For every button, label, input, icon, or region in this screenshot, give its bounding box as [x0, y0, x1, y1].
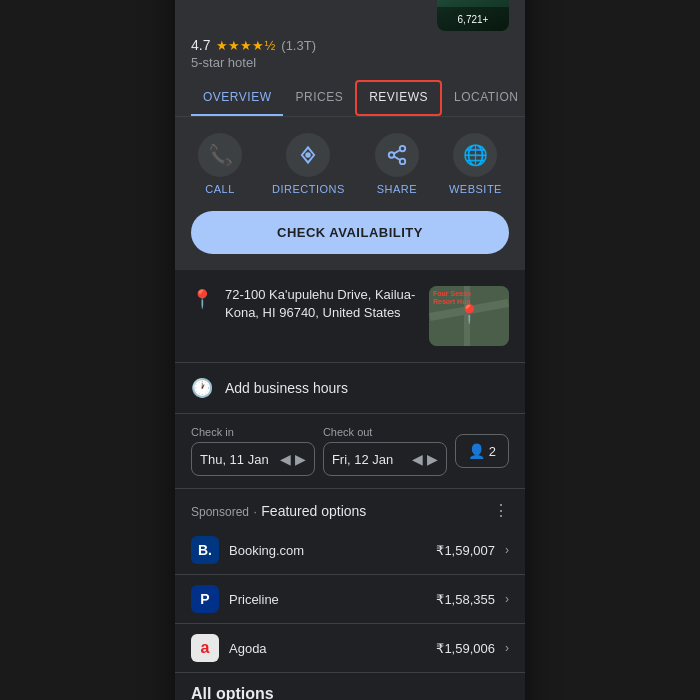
- svg-point-3: [400, 159, 406, 165]
- sponsored-label: Sponsored: [191, 505, 249, 519]
- image-count: 6,721+: [458, 14, 489, 25]
- website-label: WEBSITE: [449, 183, 502, 195]
- check-availability-button[interactable]: CHECK AVAILABILITY: [191, 211, 509, 254]
- agoda-option-row[interactable]: a Agoda ₹1,59,006 ›: [175, 624, 525, 673]
- checkin-selector[interactable]: Thu, 11 Jan ◀ ▶: [191, 442, 315, 476]
- check-availability-section: CHECK AVAILABILITY: [175, 203, 525, 270]
- checkin-box: Check in Thu, 11 Jan ◀ ▶: [191, 426, 315, 476]
- checkout-date: Fri, 12 Jan: [332, 452, 393, 467]
- address-text: 72-100 Ka'upulehu Drive, Kailua-Kona, HI…: [225, 286, 417, 322]
- map-pin-icon: 📍: [458, 303, 480, 325]
- directions-icon: [286, 133, 330, 177]
- checkout-next-arrow[interactable]: ▶: [427, 451, 438, 467]
- agoda-logo: a: [191, 634, 219, 662]
- tabs-bar: OVERVIEW PRICES REVIEWS LOCATION PHOTOS: [175, 80, 525, 117]
- checkout-label: Check out: [323, 426, 447, 438]
- priceline-name: Priceline: [229, 592, 426, 607]
- phone-container: Four Seasons Resort Hualalai ⋮ 6,721+ 4.…: [175, 0, 525, 700]
- tab-overview[interactable]: OVERVIEW: [191, 80, 283, 116]
- guests-selector[interactable]: 👤 2: [455, 434, 509, 468]
- tab-prices[interactable]: PRICES: [283, 80, 355, 116]
- svg-line-4: [394, 156, 400, 160]
- featured-more-icon[interactable]: ⋮: [493, 501, 509, 520]
- svg-point-0: [306, 152, 312, 158]
- guest-count: 2: [489, 444, 496, 459]
- website-icon: 🌐: [453, 133, 497, 177]
- website-button[interactable]: 🌐 WEBSITE: [449, 133, 502, 195]
- hotel-header: Four Seasons Resort Hualalai ⋮ 6,721+ 4.…: [175, 0, 525, 117]
- address-section: 📍 72-100 Ka'upulehu Drive, Kailua-Kona, …: [175, 270, 525, 363]
- all-options-title: All options: [191, 685, 509, 700]
- booking-option-row[interactable]: B. Booking.com ₹1,59,007 ›: [175, 526, 525, 575]
- featured-title: Featured options: [261, 503, 366, 519]
- checkin-date: Thu, 11 Jan: [200, 452, 269, 467]
- checkin-next-arrow[interactable]: ▶: [295, 451, 306, 467]
- featured-header: Sponsored · Featured options ⋮: [175, 489, 525, 526]
- agoda-chevron-icon: ›: [505, 641, 509, 655]
- priceline-price: ₹1,58,355: [436, 592, 495, 607]
- hotel-type: 5-star hotel: [191, 55, 509, 70]
- tab-location[interactable]: LOCATION: [442, 80, 525, 116]
- checkout-arrows: ◀ ▶: [412, 451, 438, 467]
- call-label: CALL: [205, 183, 235, 195]
- checkout-selector[interactable]: Fri, 12 Jan ◀ ▶: [323, 442, 447, 476]
- booking-chevron-icon: ›: [505, 543, 509, 557]
- rating-stars: ★★★★½: [216, 38, 275, 53]
- location-pin-icon: 📍: [191, 288, 213, 310]
- priceline-chevron-icon: ›: [505, 592, 509, 606]
- hotel-image[interactable]: 6,721+: [437, 0, 509, 31]
- directions-button[interactable]: DIRECTIONS: [272, 133, 345, 195]
- call-icon: 📞: [198, 133, 242, 177]
- checkin-section: Check in Thu, 11 Jan ◀ ▶ Check out Fri, …: [175, 414, 525, 489]
- svg-point-2: [389, 152, 395, 158]
- booking-logo: B.: [191, 536, 219, 564]
- priceline-option-row[interactable]: P Priceline ₹1,58,355 ›: [175, 575, 525, 624]
- booking-price: ₹1,59,007: [436, 543, 495, 558]
- checkin-arrows: ◀ ▶: [280, 451, 306, 467]
- business-hours-section[interactable]: 🕐 Add business hours: [175, 363, 525, 414]
- booking-name: Booking.com: [229, 543, 426, 558]
- hotel-name: Four Seasons Resort Hualalai: [191, 0, 425, 6]
- priceline-logo: P: [191, 585, 219, 613]
- rating-number: 4.7: [191, 37, 210, 53]
- share-button[interactable]: SHARE: [375, 133, 419, 195]
- checkout-prev-arrow[interactable]: ◀: [412, 451, 423, 467]
- all-options-header: All options: [175, 673, 525, 700]
- business-hours-text: Add business hours: [225, 380, 348, 396]
- clock-icon: 🕐: [191, 377, 213, 399]
- action-buttons: 📞 CALL DIRECTIONS SHARE 🌐 WEBSITE: [175, 117, 525, 203]
- agoda-price: ₹1,59,006: [436, 641, 495, 656]
- map-thumbnail[interactable]: Four SeasoResort Hua 📍: [429, 286, 509, 346]
- checkout-box: Check out Fri, 12 Jan ◀ ▶: [323, 426, 447, 476]
- person-icon: 👤: [468, 443, 485, 459]
- rating-count: (1.3T): [281, 38, 316, 53]
- main-content: 📍 72-100 Ka'upulehu Drive, Kailua-Kona, …: [175, 270, 525, 700]
- call-button[interactable]: 📞 CALL: [198, 133, 242, 195]
- featured-dot: ·: [254, 505, 257, 519]
- svg-line-5: [394, 150, 400, 154]
- share-icon: [375, 133, 419, 177]
- svg-point-1: [400, 146, 406, 152]
- tab-reviews[interactable]: REVIEWS: [355, 80, 442, 116]
- share-label: SHARE: [377, 183, 417, 195]
- directions-label: DIRECTIONS: [272, 183, 345, 195]
- checkin-prev-arrow[interactable]: ◀: [280, 451, 291, 467]
- agoda-name: Agoda: [229, 641, 426, 656]
- checkin-label: Check in: [191, 426, 315, 438]
